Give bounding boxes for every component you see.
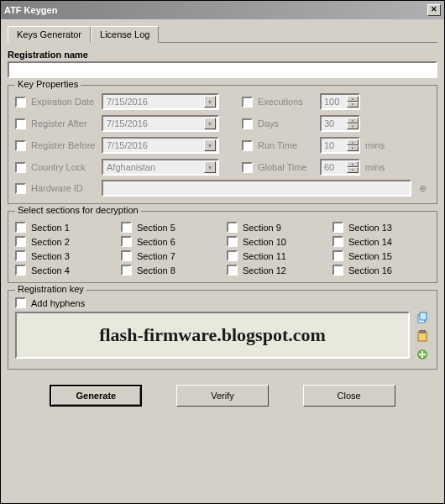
section-item: Section 10 — [227, 236, 324, 247]
section-label: Section 2 — [31, 237, 70, 247]
section-item: Section 2 — [15, 236, 113, 247]
section-item: Section 4 — [15, 265, 113, 276]
registration-name-label: Registration name — [8, 50, 437, 60]
hardware-id-input[interactable] — [102, 180, 411, 197]
section-checkbox[interactable] — [15, 222, 26, 233]
section-item: Section 14 — [332, 236, 430, 247]
country-lock-checkbox[interactable] — [15, 162, 26, 173]
global-time-spinner[interactable]: 60▲▼ — [320, 159, 360, 176]
expiration-date-checkbox[interactable] — [15, 97, 26, 108]
fingerprint-icon[interactable]: ⊕ — [415, 181, 430, 196]
registration-key-output[interactable]: flash-firmware.blogspot.com — [15, 312, 410, 359]
register-after-checkbox[interactable] — [15, 118, 26, 129]
section-checkbox[interactable] — [227, 265, 238, 276]
key-properties-title: Key Properties — [15, 79, 81, 89]
section-item: Section 9 — [227, 222, 324, 233]
executions-spinner[interactable]: 100▲▼ — [320, 93, 360, 110]
section-item: Section 12 — [227, 265, 324, 276]
section-label: Section 1 — [31, 223, 70, 233]
add-icon[interactable] — [415, 347, 430, 362]
section-label: Section 4 — [31, 265, 70, 276]
days-spinner[interactable]: 30▲▼ — [320, 115, 360, 132]
register-before-checkbox[interactable] — [15, 140, 26, 151]
section-checkbox[interactable] — [227, 222, 238, 233]
section-label: Section 10 — [243, 237, 286, 247]
section-checkbox[interactable] — [121, 265, 132, 276]
registration-name-input[interactable] — [8, 61, 437, 78]
sections-title: Select sections for decryption — [15, 205, 141, 215]
section-checkbox[interactable] — [15, 250, 26, 261]
chevron-down-icon: ▼ — [204, 161, 216, 173]
registration-key-group: Registration key Add hyphens flash-firmw… — [8, 290, 437, 370]
section-label: Section 6 — [137, 237, 175, 247]
country-lock-combo[interactable]: Afghanistan▼ — [102, 159, 219, 176]
paste-icon[interactable] — [415, 328, 430, 344]
register-after-combo[interactable]: 7/15/2016▼ — [102, 115, 219, 132]
verify-button[interactable]: Verify — [176, 385, 269, 407]
section-checkbox[interactable] — [121, 236, 132, 247]
section-item: Section 7 — [121, 250, 218, 261]
sections-group: Select sections for decryption Section 1… — [8, 211, 437, 283]
section-label: Section 14 — [348, 237, 392, 247]
add-hyphens-checkbox[interactable] — [15, 297, 26, 308]
section-label: Section 11 — [243, 251, 286, 261]
section-item: Section 8 — [121, 265, 218, 276]
register-before-combo[interactable]: 7/15/2016▼ — [102, 137, 219, 154]
days-checkbox[interactable] — [242, 118, 253, 129]
global-time-checkbox[interactable] — [242, 162, 253, 173]
svg-rect-2 — [418, 332, 427, 341]
section-label: Section 9 — [243, 223, 281, 233]
executions-label: Executions — [258, 97, 317, 107]
section-label: Section 5 — [137, 223, 175, 233]
chevron-down-icon: ▼ — [204, 139, 216, 151]
generate-button[interactable]: Generate — [50, 385, 142, 407]
registration-key-title: Registration key — [15, 284, 86, 294]
section-label: Section 8 — [137, 265, 175, 276]
section-label: Section 12 — [243, 265, 286, 276]
run-time-spinner[interactable]: 10▲▼ — [320, 137, 360, 154]
global-time-unit: mins — [365, 162, 385, 172]
close-button[interactable]: Close — [303, 385, 395, 407]
close-icon[interactable]: ✕ — [427, 4, 441, 16]
expiration-date-combo[interactable]: 7/15/2016▼ — [102, 93, 219, 110]
section-checkbox[interactable] — [227, 250, 238, 261]
tab-bar: Keys Generator License Log — [8, 26, 437, 43]
section-item: Section 13 — [332, 222, 430, 233]
section-label: Section 15 — [348, 251, 392, 261]
section-item: Section 15 — [332, 250, 430, 261]
section-item: Section 16 — [332, 265, 430, 276]
section-checkbox[interactable] — [332, 265, 343, 276]
window-title: ATF Keygen — [4, 5, 57, 15]
hardware-id-checkbox[interactable] — [15, 183, 26, 194]
chevron-down-icon: ▼ — [204, 96, 216, 108]
register-after-label: Register After — [31, 118, 102, 129]
section-checkbox[interactable] — [15, 236, 26, 247]
section-label: Section 13 — [348, 223, 392, 233]
section-item: Section 11 — [227, 250, 324, 261]
section-checkbox[interactable] — [121, 250, 132, 261]
days-label: Days — [258, 118, 317, 129]
svg-rect-3 — [420, 330, 425, 333]
section-checkbox[interactable] — [332, 222, 343, 233]
tab-license-log[interactable]: License Log — [91, 26, 159, 43]
section-checkbox[interactable] — [121, 222, 132, 233]
section-label: Section 3 — [31, 251, 70, 261]
run-time-label: Run Time — [258, 140, 317, 150]
section-item: Section 6 — [121, 236, 218, 247]
section-checkbox[interactable] — [332, 236, 343, 247]
key-properties-group: Key Properties Expiration Date 7/15/2016… — [8, 85, 437, 204]
window: ATF Keygen ✕ Keys Generator License Log … — [0, 0, 445, 504]
copy-icon[interactable] — [415, 310, 430, 325]
titlebar: ATF Keygen ✕ — [1, 1, 444, 19]
tab-keys-generator[interactable]: Keys Generator — [8, 26, 91, 43]
global-time-label: Global Time — [258, 162, 317, 172]
executions-checkbox[interactable] — [242, 97, 253, 108]
run-time-checkbox[interactable] — [242, 140, 253, 151]
country-lock-label: Country Lock — [31, 162, 102, 172]
section-checkbox[interactable] — [15, 265, 26, 276]
section-checkbox[interactable] — [332, 250, 343, 261]
section-checkbox[interactable] — [227, 236, 238, 247]
add-hyphens-label: Add hyphens — [31, 298, 85, 308]
section-label: Section 7 — [137, 251, 175, 261]
svg-rect-1 — [420, 312, 427, 320]
